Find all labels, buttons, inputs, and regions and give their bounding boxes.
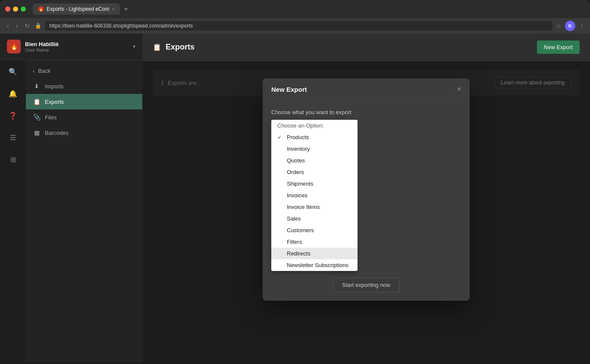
sidebar-header: 🔥 Bien Habillié User Name ▾ [0,34,142,60]
dropdown-item-customers[interactable]: Customers [271,224,358,236]
active-tab[interactable]: 🔥 Exports - Lightspeed eCom × [33,3,120,15]
notifications-icon[interactable]: 🔔 [6,87,20,100]
menu-icon[interactable]: ☰ [7,131,19,144]
modal-label: Choose what you want to export [271,109,461,115]
new-export-button[interactable]: New Export [537,40,580,54]
modal-title: New Export [271,86,307,93]
customers-option: Customers [287,227,314,233]
products-option: Products [287,134,309,140]
content-area: ℹ Exports are... Learn more about export… [142,61,590,363]
check-icon: ✓ [277,134,283,140]
tab-bar: 🔥 Exports - Lightspeed eCom × + [33,3,131,15]
dropdown-item-quotes[interactable]: Quotes [271,155,358,166]
dropdown-list: Choose an Option: ✓ Products Inventory [271,120,358,271]
close-traffic-light[interactable] [5,6,10,12]
invoice-items-option: Invoice Items [287,204,320,210]
sidebar-nav: ‹ Back ⬇ Imports 📋 Exports 📎 Files ▦ [26,60,142,363]
main-content: 📋 Exports New Export ℹ Exports are... Le… [142,34,590,363]
page-title: Exports [166,43,195,52]
minimize-traffic-light[interactable] [13,6,18,12]
sidebar: 🔥 Bien Habillié User Name ▾ 🔍 🔔 ❓ ☰ ⊞ ‹ … [0,34,142,363]
brand-logo: 🔥 [7,40,21,53]
sidebar-item-barcodes[interactable]: ▦ Barcodes [26,125,142,140]
newsletter-option: Newsletter Subscriptions [287,262,348,268]
refresh-button[interactable]: ↻ [23,22,31,30]
start-export-button[interactable]: Start exporting now [333,278,399,292]
modal-overlay: New Export × Choose what you want to exp… [142,61,590,363]
browser-chrome: 🔥 Exports - Lightspeed eCom × + ‹ › ↻ 🔒 … [0,0,590,34]
brand-name: Bien Habillié [25,41,129,47]
sales-option: Sales [287,215,301,222]
lock-icon: 🔒 [35,23,41,29]
exports-label: Exports [45,99,64,105]
address-input[interactable] [45,21,552,31]
traffic-lights [5,6,26,12]
brand-sub: User Name [25,47,129,53]
help-icon[interactable]: ❓ [6,109,20,122]
barcodes-label: Barcodes [45,130,69,136]
dropdown-item-newsletter[interactable]: Newsletter Subscriptions [271,259,358,271]
files-label: Files [45,114,56,121]
dropdown-header: Choose an Option: [271,120,358,131]
tab-close-btn[interactable]: × [112,6,114,12]
sidebar-item-exports[interactable]: 📋 Exports [26,94,142,109]
imports-label: Imports [45,83,63,90]
quotes-option: Quotes [287,157,305,164]
dropdown-item-invoice-items[interactable]: Invoice Items [271,201,358,213]
modal-header: New Export × [263,78,470,100]
imports-icon: ⬇ [33,83,41,90]
exports-icon: 📋 [33,98,41,105]
new-tab-button[interactable]: + [122,5,131,13]
dropdown-item-inventory[interactable]: Inventory [271,143,358,155]
bookmark-icon[interactable]: ☆ [556,22,562,29]
filters-option: Filters [287,239,302,245]
tab-favicon: 🔥 [38,6,44,12]
invoices-option: Invoices [287,192,308,199]
dropdown-item-shipments[interactable]: Shipments [271,178,358,190]
page-title-row: 📋 Exports [153,43,195,52]
app-container: 🔥 Bien Habillié User Name ▾ 🔍 🔔 ❓ ☰ ⊞ ‹ … [0,34,590,363]
back-label: Back [38,68,50,74]
main-header: 📋 Exports New Export [142,34,590,61]
redirects-option: Redirects [287,250,311,257]
barcodes-icon: ▦ [33,129,41,136]
browser-menu-icon[interactable]: ⋮ [579,22,585,29]
maximize-traffic-light[interactable] [21,6,26,12]
orders-option: Orders [287,169,304,175]
sidebar-item-imports[interactable]: ⬇ Imports [26,78,142,94]
files-icon: 📎 [33,114,41,121]
sidebar-item-files[interactable]: 📎 Files [26,109,142,125]
brand-info: Bien Habillié User Name [25,41,129,53]
sidebar-icons: 🔍 🔔 ❓ ☰ ⊞ [0,60,26,363]
profile-avatar[interactable]: K [565,21,575,31]
page-icon: 📋 [153,43,161,51]
dropdown-item-invoices[interactable]: Invoices [271,190,358,201]
dropdown-item-sales[interactable]: Sales [271,213,358,224]
forward-button[interactable]: › [14,22,20,30]
tab-label: Exports - Lightspeed eCom [47,6,109,12]
dropdown-item-products[interactable]: ✓ Products [271,131,358,143]
sidebar-dropdown-arrow[interactable]: ▾ [133,44,135,50]
sidebar-layout: 🔍 🔔 ❓ ☰ ⊞ ‹ Back ⬇ Imports 📋 Exports [0,60,142,363]
shipments-option: Shipments [287,180,313,187]
search-icon[interactable]: 🔍 [6,65,20,78]
back-arrow-icon: ‹ [33,68,35,74]
inventory-option: Inventory [287,146,310,152]
modal-close-button[interactable]: × [457,85,461,93]
grid-icon[interactable]: ⊞ [8,153,19,166]
dropdown-item-filters[interactable]: Filters [271,236,358,248]
modal-body: Choose what you want to export Choose an… [263,100,470,301]
new-export-modal: New Export × Choose what you want to exp… [263,78,470,301]
dropdown-item-orders[interactable]: Orders [271,166,358,178]
address-bar: ‹ › ↻ 🔒 ☆ K ⋮ [0,18,590,34]
back-nav-item[interactable]: ‹ Back [26,63,142,78]
dropdown-item-redirects[interactable]: Redirects [271,248,358,259]
back-button[interactable]: ‹ [5,22,11,30]
export-type-dropdown[interactable]: Choose an Option: ✓ Products Inventory [271,120,461,271]
